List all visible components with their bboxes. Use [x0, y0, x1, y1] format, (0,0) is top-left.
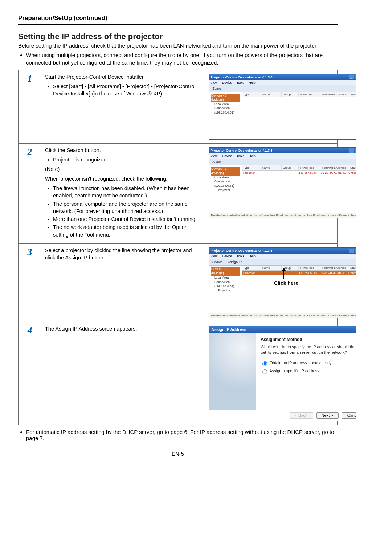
row-ip: 169.254.88.xx: [298, 271, 320, 275]
back-button: < Back: [290, 412, 313, 419]
tree-root[interactable]: Devices - 0 device(s): [211, 94, 240, 102]
step-2-note-label: (Note): [45, 165, 201, 173]
menubar: View Device Tools Help: [209, 80, 356, 85]
step-row: 2 Click the Search button. Projector is …: [19, 143, 338, 243]
step-row: 1 Start the Projector-Control Device Ins…: [19, 70, 338, 143]
menu-help[interactable]: Help: [249, 154, 256, 158]
col-hw: Hardware Address: [321, 266, 349, 270]
step-number: 1: [19, 70, 41, 143]
maximize-icon[interactable]: ▢: [355, 75, 356, 79]
window-title: Projector-Control DeviceInstaller 4.1.3.…: [211, 149, 273, 152]
menu-help[interactable]: Help: [249, 254, 256, 258]
tree-projector[interactable]: Projector: [211, 288, 240, 293]
row-status: Unreachable: [347, 171, 356, 175]
col-name: Name: [261, 266, 282, 270]
minimize-icon[interactable]: _: [349, 148, 354, 153]
col-group: Group: [282, 92, 299, 97]
step-2-check-2: The personal computer and the projector …: [53, 200, 201, 215]
app-window: Projector-Control DeviceInstaller 4.1.3.…: [209, 147, 356, 218]
cancel-button[interactable]: Cancel: [342, 412, 356, 419]
step-row: 4 The Assign IP Address screen appears. …: [19, 322, 338, 425]
device-row-selected[interactable]: Projector 169.254.88.xx 00-20-4A-A3-81-9…: [242, 271, 356, 275]
step-2-check-4: The network adapter being used is select…: [53, 223, 201, 238]
radio-specific[interactable]: [262, 369, 267, 374]
end-note-text: For automatic IP address setting by the …: [26, 429, 338, 441]
step-2-check-3: More than one Projector-Control Device I…: [53, 216, 201, 223]
row-type: Projector: [242, 171, 261, 175]
maximize-icon[interactable]: ▢: [355, 148, 356, 153]
row-group: [281, 271, 298, 275]
steps-table: 1 Start the Projector-Control Device Ins…: [18, 70, 338, 425]
tree-projector[interactable]: Projector: [211, 188, 240, 193]
step-number: 2: [19, 143, 41, 243]
intro-text-1: Before setting the IP address, check tha…: [18, 42, 338, 49]
minimize-icon[interactable]: _: [349, 75, 354, 79]
minimize-icon[interactable]: _: [349, 249, 354, 253]
next-button[interactable]: Next >: [316, 412, 339, 419]
col-group: Group: [282, 165, 299, 170]
tree-root[interactable]: Devices - 1 device(s): [211, 167, 240, 176]
search-button[interactable]: Search: [211, 260, 224, 264]
menu-help[interactable]: Help: [249, 81, 256, 85]
search-button[interactable]: Search: [211, 160, 224, 164]
row-ip: 169.254.88.xx: [298, 171, 320, 175]
row-hw: 00-20-4A-A3-81-91: [320, 271, 347, 275]
dialog-artwork: [209, 333, 256, 410]
divider: [18, 24, 338, 25]
search-button[interactable]: Search: [211, 86, 224, 91]
col-status: Status: [349, 165, 356, 170]
menu-device[interactable]: Device: [222, 254, 232, 258]
col-type: Type: [242, 165, 261, 170]
menu-view[interactable]: View: [211, 81, 217, 85]
row-status: Unreachable: [347, 271, 356, 275]
menu-device[interactable]: Device: [222, 154, 232, 158]
page-number: EN-5: [18, 451, 338, 457]
tree-connection[interactable]: Local Area Connection (192.168.0.51): [211, 276, 240, 289]
menu-tools[interactable]: Tools: [237, 81, 244, 85]
intro-block: Before setting the IP address, check tha…: [18, 42, 338, 66]
menu-tools[interactable]: Tools: [237, 154, 244, 158]
step-2-check-1: The firewall function has been disabled.…: [53, 185, 201, 200]
step-2-title: Click the Search button.: [45, 147, 201, 154]
window-controls: _ ▢ ×: [348, 148, 356, 153]
intro-bullet-1: When using multiple projectors, connect …: [26, 52, 338, 66]
tree-connection[interactable]: Local Area Connection (192.168.0.51): [211, 176, 240, 189]
step-4-text: The Assign IP Address screen appears.: [45, 325, 201, 332]
assign-ip-button[interactable]: Assign IP: [226, 260, 243, 264]
row-name: [261, 171, 281, 175]
col-hw: Hardware Address: [321, 165, 349, 170]
col-name: Name: [261, 92, 282, 97]
col-ip: IP Address: [299, 266, 321, 270]
col-name: Name: [261, 165, 282, 170]
device-row[interactable]: Projector 169.254.88.xx 00-20-4A-A3-81-9…: [242, 171, 356, 175]
statusbar: The devices marked in red either do not …: [209, 213, 356, 218]
dialog-question: Would you like to specify the IP address…: [261, 344, 356, 355]
section-title: Setting the IP address of the projector: [18, 32, 338, 41]
menu-view[interactable]: View: [211, 154, 217, 158]
end-note: For automatic IP address setting by the …: [18, 429, 338, 441]
window-controls: _ ▢ ×: [348, 75, 356, 79]
row-type: Projector: [242, 271, 261, 275]
app-window: Projector-Control DeviceInstaller 4.1.3.…: [209, 247, 356, 318]
step-2-note-line: When projector isn't recognized, check t…: [45, 175, 201, 182]
menu-view[interactable]: View: [211, 254, 217, 258]
col-status: Status: [349, 92, 356, 97]
radio-auto-label: Obtain an IP address automatically: [270, 361, 331, 365]
menu-device[interactable]: Device: [222, 81, 232, 85]
col-ip: IP Address: [299, 165, 321, 170]
step-1-title: Start the Projector-Control Device Insta…: [45, 73, 201, 81]
step-1-bullet: Select [Start] - [All Programs] - [Proje…: [53, 83, 201, 98]
tree-connection[interactable]: Local Area Connection (192.168.0.51): [211, 102, 240, 115]
assign-ip-dialog: Assign IP Address × Assignment Method Wo…: [209, 326, 356, 421]
maximize-icon[interactable]: ▢: [355, 249, 356, 253]
step-number: 3: [19, 244, 41, 322]
window-controls: _ ▢ ×: [348, 249, 356, 253]
row-name: [261, 271, 281, 275]
dialog-title: Assign IP Address: [211, 327, 246, 332]
tree-root[interactable]: Devices - 1 device(s): [211, 267, 240, 276]
page-header: Preparation/SetUp (continued): [18, 15, 338, 22]
radio-auto[interactable]: [262, 361, 267, 366]
window-title: Projector-Control DeviceInstaller 4.1.3.…: [211, 249, 273, 253]
step-row: 3 Select a projector by clicking the lin…: [19, 244, 338, 322]
menu-tools[interactable]: Tools: [237, 254, 244, 258]
